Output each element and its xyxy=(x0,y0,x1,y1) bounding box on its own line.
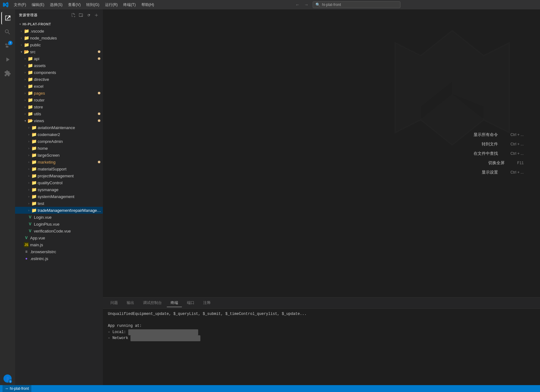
tree-item-quality[interactable]: › 📁 qualityControl xyxy=(15,179,103,186)
refresh-btn[interactable] xyxy=(85,12,92,18)
new-folder-btn[interactable] xyxy=(78,12,84,18)
tree-item-app-vue[interactable]: › V App.vue xyxy=(15,234,103,241)
label-main-js: main.js xyxy=(30,243,43,247)
tab-comments[interactable]: 注释 xyxy=(199,299,214,307)
tree-item-router[interactable]: › 📁 router xyxy=(15,97,103,103)
nav-back[interactable]: ← xyxy=(294,1,301,8)
tree-item-eslintrc[interactable]: › ● .eslintrc.js xyxy=(15,255,103,262)
remote-badge: 1 xyxy=(8,379,12,383)
tab-output[interactable]: 输出 xyxy=(123,299,138,307)
user-avatar[interactable]: 👤 1 xyxy=(3,374,12,383)
label-verificationcode-vue: verificationCode.vue xyxy=(34,229,71,233)
folder-icon-excel: 📁 xyxy=(28,84,33,89)
tree-item-vscode[interactable]: › 📁 .vscode xyxy=(15,28,103,34)
context-panel: 显示所有命令 Ctrl + ... 转到文件 Ctrl + ... 在文件中查找… xyxy=(408,9,540,297)
tree-item-store[interactable]: › 📁 store xyxy=(15,103,103,110)
search-bar[interactable]: 🔍 hi-plat-front xyxy=(313,1,400,8)
folder-icon-directive: 📁 xyxy=(28,77,33,82)
tree-item-marketing[interactable]: › 📁 marketing xyxy=(15,159,103,165)
tab-terminal[interactable]: 终端 xyxy=(167,299,182,307)
activity-run[interactable] xyxy=(1,53,14,66)
label-node-modules: node_modules xyxy=(30,36,57,40)
label-sysmanage: sysmanage xyxy=(38,187,58,192)
context-item-find[interactable]: 在文件中查找 Ctrl + ... xyxy=(408,149,527,158)
tree-item-aviation[interactable]: › 📁 aviationMaintenance xyxy=(15,124,103,131)
menu-terminal[interactable]: 终端(T) xyxy=(121,1,138,8)
folder-icon-aviation: 📁 xyxy=(31,125,36,130)
terminal-text-1: UnqualifiedEquipment_update, $_queryList… xyxy=(108,312,307,316)
tree-item-public[interactable]: › 📁 public xyxy=(15,41,103,48)
collapse-btn[interactable] xyxy=(93,12,99,18)
context-item-commands[interactable]: 显示所有命令 Ctrl + ... xyxy=(408,130,527,139)
menu-edit[interactable]: 编辑(E) xyxy=(29,1,47,8)
tab-ports[interactable]: 端口 xyxy=(183,299,198,307)
tree-item-src[interactable]: ▾ 📂 src xyxy=(15,48,103,55)
tree-item-login-vue[interactable]: › V Login.vue xyxy=(15,214,103,221)
commands-label: 显示所有命令 xyxy=(474,132,498,138)
status-remote[interactable]: ↔ hi-plat-front xyxy=(3,385,31,392)
folder-icon-components: 📁 xyxy=(28,70,33,75)
menu-help[interactable]: 帮助(H) xyxy=(139,1,157,8)
fullscreen-shortcut: F11 xyxy=(517,161,524,165)
menu-goto[interactable]: 转到(G) xyxy=(84,1,102,8)
tree-item-node-modules[interactable]: › 📁 node_modules xyxy=(15,34,103,41)
chevron-marketing: › xyxy=(26,159,31,165)
project-root[interactable]: ▾ HI-PLAT-FRONT xyxy=(15,21,103,28)
new-file-btn[interactable] xyxy=(70,12,77,18)
tree-item-directive[interactable]: › 📁 directive xyxy=(15,76,103,83)
tab-problems[interactable]: 问题 xyxy=(107,299,122,307)
tree-item-assets[interactable]: › 📁 assets xyxy=(15,62,103,69)
chevron-systemmgmt: › xyxy=(26,194,31,199)
activity-search[interactable] xyxy=(1,26,14,38)
tree-item-codemaker2[interactable]: › 📁 codemaker2 xyxy=(15,131,103,138)
project-chevron: ▾ xyxy=(18,22,23,27)
activity-extensions[interactable] xyxy=(1,67,14,80)
terminal-line-local: - Local: xyxy=(108,329,535,335)
tree-item-excel[interactable]: › 📁 excel xyxy=(15,83,103,90)
context-item-fullscreen[interactable]: 切换全屏 F11 xyxy=(408,158,527,168)
tree-item-material[interactable]: › 📁 materialSupport xyxy=(15,165,103,172)
tree-item-views[interactable]: ▾ 📂 views xyxy=(15,117,103,124)
context-item-goto[interactable]: 转到文件 Ctrl + ... xyxy=(408,139,527,149)
chevron-projectmgmt: › xyxy=(26,173,31,178)
activity-source-control[interactable]: 7 xyxy=(1,39,14,52)
tab-debug-console[interactable]: 调试控制台 xyxy=(139,299,166,307)
label-store: store xyxy=(34,105,43,109)
title-bar-center: ← → 🔍 hi-plat-front xyxy=(156,1,537,8)
tree-item-browserslistrc[interactable]: › ≡ .browserslistrc xyxy=(15,248,103,255)
menu-file[interactable]: 文件(F) xyxy=(11,1,29,8)
tree-item-main-js[interactable]: › JS main.js xyxy=(15,241,103,248)
tree-item-verificationcode-vue[interactable]: › V verificationCode.vue xyxy=(15,227,103,234)
chevron-trade: › xyxy=(26,208,31,213)
editor-area: 显示所有命令 Ctrl + ... 转到文件 Ctrl + ... 在文件中查找… xyxy=(103,9,540,297)
menu-run[interactable]: 运行(R) xyxy=(103,1,120,8)
label-browserslistrc: .browserslistrc xyxy=(30,249,56,254)
tree-item-sysmanage[interactable]: › 📁 sysmanage xyxy=(15,186,103,193)
tree-item-trade[interactable]: › 📁 tradeManagement\repairManagement xyxy=(15,207,103,214)
label-aviation: aviationMaintenance xyxy=(38,125,75,130)
tree-item-loginplus-vue[interactable]: › V LoginPlus.vue xyxy=(15,221,103,227)
nav-forward[interactable]: → xyxy=(303,1,310,8)
menu-select[interactable]: 选择(S) xyxy=(47,1,65,8)
chevron-public: › xyxy=(19,42,24,47)
tree-item-utils[interactable]: › 📁 utils xyxy=(15,110,103,117)
tree-item-components[interactable]: › 📁 components xyxy=(15,69,103,76)
tree-item-test[interactable]: › 📁 test xyxy=(15,200,103,207)
terminal-area: 问题 输出 调试控制台 终端 端口 注释 UnqualifiedEquipmen… xyxy=(103,297,540,385)
label-pages: pages xyxy=(34,91,45,96)
tree-item-systemmgmt[interactable]: › 📁 systemManagement xyxy=(15,193,103,200)
tree-item-pages[interactable]: › 📁 pages xyxy=(15,90,103,97)
activity-explorer[interactable] xyxy=(1,12,14,24)
terminal-network-url xyxy=(130,335,200,341)
label-excel: excel xyxy=(34,84,43,89)
menu-view[interactable]: 查看(V) xyxy=(66,1,83,8)
context-item-settings[interactable]: 显示设置 Ctrl + ... xyxy=(408,168,527,177)
tree-item-projectmgmt[interactable]: › 📁 projectManagement xyxy=(15,172,103,179)
chevron-compreadmin: › xyxy=(26,139,31,144)
terminal-content: UnqualifiedEquipment_update, $_queryList… xyxy=(103,309,540,385)
tree-item-home[interactable]: › 📁 home xyxy=(15,145,103,152)
chevron-utils: › xyxy=(23,111,28,116)
tree-item-largescreen[interactable]: › 📁 largeScreen xyxy=(15,152,103,159)
tree-item-api[interactable]: › 📁 api xyxy=(15,55,103,62)
tree-item-compreadmin[interactable]: › 📁 compreAdmin xyxy=(15,138,103,145)
